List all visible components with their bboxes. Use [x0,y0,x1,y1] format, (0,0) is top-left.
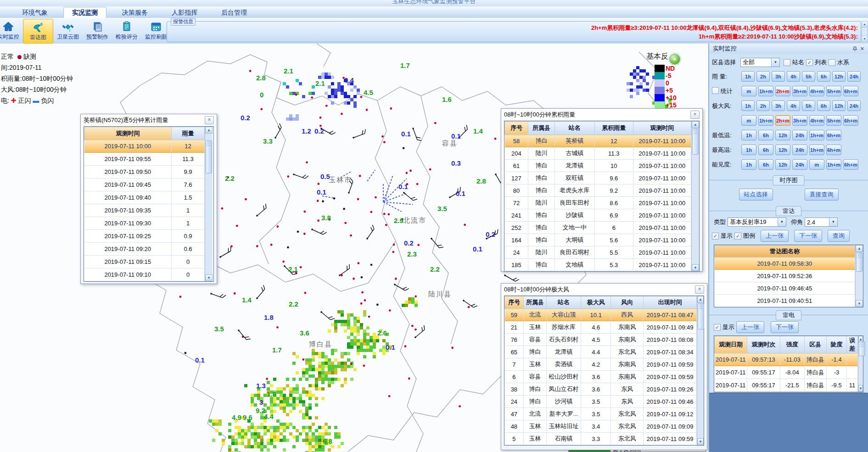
scroll-down-icon[interactable]: ▼ [692,264,699,271]
chevron-down-icon[interactable]: ▼ [778,218,786,226]
period-button-6h+m[interactable]: 6h+m [843,159,858,170]
scroll-down-icon[interactable]: ▼ [862,36,867,42]
river-checkbox[interactable] [829,59,835,66]
table-row[interactable]: 58博白英桥镇122019-07-11 10:00 [505,135,691,147]
panel-max-wind[interactable]: 08时~10时00分钟极大风 ✕ 序号所属县站名极大风风向出现时间59北流大容山… [501,283,707,450]
period-button-5h+m[interactable]: 5h+m [826,115,841,126]
map-canvas[interactable]: 1.72.82.14.51.600.21.20.21.43.30.10.10.3… [0,44,708,452]
table-row[interactable]: 2019-07-11 09:5511.3 [84,153,205,166]
table-row[interactable]: 2019-07-11 09:200.6 [84,243,205,256]
period-button-3h[interactable]: 3h [772,100,785,111]
period-button-4h[interactable]: 4h [787,100,800,111]
county-select[interactable]: 全部 ▼ [740,58,780,67]
period-button-2h[interactable]: 2h [756,71,770,82]
panel-rain-5min[interactable]: 英桥镇(N5702)逐5分钟累计雨量 ✕ 观测时间雨量2019-07-11 10… [80,114,217,284]
table-row[interactable]: 127博白双旺镇9.62019-07-11 10:00 [505,172,691,184]
column-header[interactable]: 区县 [804,336,826,353]
scroll-thumb[interactable] [692,128,699,155]
table-row[interactable]: 2019-07-11 09:40:51 [715,295,855,307]
column-header[interactable]: 陡度 [827,336,847,353]
station-name-checkbox[interactable] [784,59,790,66]
close-icon[interactable]: ✕ [690,111,700,119]
period-button-12h[interactable]: 12h [775,145,790,155]
period-button-6h+m[interactable]: 6h+m [843,115,858,126]
table-row[interactable]: 2019-07-11 09:100 [84,268,205,281]
period-button-1h[interactable]: 1h [741,145,756,155]
close-icon[interactable]: ✕ [205,116,214,124]
table-row[interactable]: 2019-07-11 09:250.9 [84,230,205,243]
column-header[interactable]: 雨量 [172,127,205,140]
table-row[interactable]: 21玉林苏烟水库4.6东南风2019-07-11 09:49 [505,321,697,334]
period-button-6h[interactable]: 6h [758,130,773,140]
period-button-m[interactable]: m [809,159,824,170]
period-button-5h[interactable]: 5h [802,71,815,82]
column-header[interactable]: 累积雨量 [595,122,633,135]
period-button-2h+m[interactable]: 2h+m [775,115,790,126]
period-button-6h+m[interactable]: 6h+m [826,130,841,140]
period-button-6h+m[interactable]: 6h+m [843,86,858,96]
table-row[interactable]: 2019-07-1109:55:17-21.5博白县-9.511 [715,379,858,392]
period-button-12h[interactable]: 12h [775,159,790,170]
prev-button[interactable]: 上一张 [736,321,764,333]
elevation-select[interactable]: 2.4 ▼ [805,218,838,227]
scroll-thumb[interactable] [206,140,212,173]
toolbar-button-realtime-monitor[interactable]: 实时监控 [0,19,23,43]
column-header[interactable]: 观测时间 [84,127,172,140]
period-button-1h+m[interactable]: 1h+m [809,145,824,155]
menu-tab-env[interactable]: 环境气象 [14,7,56,18]
scroll-down-icon[interactable]: ▼ [856,300,863,307]
scroll-up-icon[interactable]: ▲ [205,127,213,134]
radar-type-select[interactable]: 基本反射率19 ▼ [728,218,786,227]
scroll-up-icon[interactable]: ▲ [692,121,699,128]
panel-titlebar[interactable]: 08时~10时00分钟累积雨量 ✕ [501,109,702,121]
chevron-down-icon[interactable]: ▼ [829,218,837,226]
table-row[interactable]: 2019-07-11 09:52:36 [715,270,855,282]
show-checkbox[interactable]: ✓ [712,233,719,240]
next-image-button[interactable]: 下一张 [794,230,822,242]
close-icon[interactable]: ✕ [695,285,704,294]
toolbar-button-warning-make[interactable]: 预警制作 [83,19,112,43]
period-button-5h[interactable]: 5h [802,100,815,111]
column-header[interactable]: 出现时间 [644,296,697,309]
scroll-up-icon[interactable]: ▲ [862,22,867,28]
scroll-down-icon[interactable]: ▼ [205,274,213,281]
lightning-scrollbar[interactable]: ▲▼ [858,336,863,392]
scroll-down-icon[interactable]: ▼ [697,438,704,445]
table-row[interactable]: 2019-07-11 09:509.9 [84,166,205,179]
table-row[interactable]: 38博白凤山立石村3.6东风2019-07-11 09:26 [505,383,697,396]
period-button-4h+m[interactable]: 4h+m [809,86,824,96]
period-button-1h+m[interactable]: 1h+m [758,86,773,96]
table-row[interactable]: 185博白文地镇5.32019-07-11 10:00 [505,259,691,271]
period-button-1h[interactable]: 1h [741,100,755,111]
period-button-6h[interactable]: 6h [817,100,830,111]
period-button-12h[interactable]: 12h [832,71,846,82]
radar-list-scrollbar[interactable]: ▲▼ [855,245,863,307]
table-row[interactable]: 6容县松山沙田村3.6东南风2019-07-11 09:59 [505,371,697,383]
column-header[interactable]: 极大风 [581,296,611,309]
toolbar-button-verify-score[interactable]: 检验评分 [112,19,141,43]
period-button-24h[interactable]: 24h [847,71,861,82]
period-button-1h+m[interactable]: 1h+m [826,159,841,170]
menu-tab-rainmaking[interactable]: 人影指挥 [163,7,206,18]
table-row[interactable]: 2019-07-11 09:401.5 [84,191,205,204]
period-button-1h[interactable]: 1h [741,130,756,140]
show-checkbox[interactable]: ✓ [714,324,721,331]
table-row[interactable]: 2019-07-11 09:150 [84,256,205,268]
direct-query-button[interactable]: 直接查询 [805,189,839,201]
alarm-scrollbar[interactable]: ▲ ▼ [862,21,868,42]
period-button-5h+m[interactable]: 5h+m [826,86,841,96]
table-row[interactable]: 76容县石头石剑村4.5东南风2019-07-11 08:08 [505,334,697,346]
menu-tab-decision[interactable]: 决策服务 [114,7,156,18]
scroll-thumb[interactable] [856,252,862,272]
stat-checkbox[interactable] [712,87,719,94]
panel-titlebar[interactable]: 08时~10时00分钟极大风 ✕ [501,284,707,296]
close-icon[interactable]: ✕ [860,46,864,52]
column-header[interactable]: 序号 [505,122,528,135]
column-header[interactable]: 站名 [554,122,594,135]
table-row[interactable]: 24陆川良田石垌村5.52019-07-11 10:00 [505,246,691,259]
column-header[interactable]: 强度 [780,336,804,353]
period-button-4h+m[interactable]: 4h+m [809,115,824,126]
list-checkbox[interactable]: ✓ [806,59,813,66]
toolbar-button-radar-image[interactable]: 雷达图 [23,19,53,44]
table-row[interactable]: 2019-07-1109:57:13-11.03博白县-1.4 [715,353,858,366]
